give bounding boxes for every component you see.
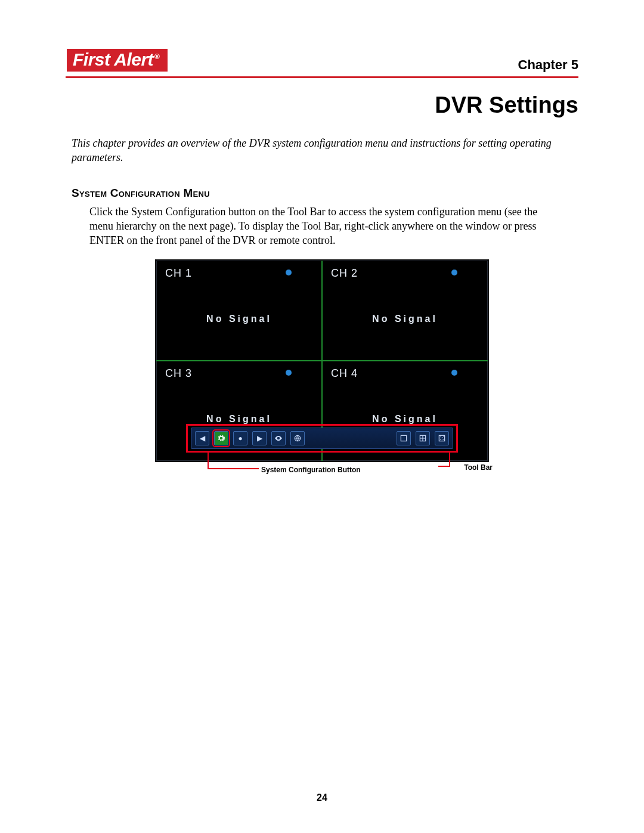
svg-rect-3: [439, 436, 444, 441]
single-view-icon: [400, 434, 408, 442]
system-configuration-button[interactable]: [214, 431, 228, 445]
page-number: 24: [0, 792, 644, 803]
globe-icon: [293, 434, 302, 442]
brand-logo: First Alert®: [66, 48, 169, 73]
single-view-button[interactable]: [397, 431, 411, 445]
svg-rect-1: [401, 436, 406, 441]
toolbar-collapse-button[interactable]: ◀: [195, 431, 209, 445]
gear-icon: [217, 434, 225, 442]
page-title: DVR Settings: [66, 92, 578, 118]
callout-toolbar: Tool Bar: [464, 463, 493, 472]
section-body: Click the System Configuration button on…: [89, 205, 561, 248]
play-button[interactable]: ▶: [252, 431, 267, 445]
record-button[interactable]: ●: [233, 431, 247, 445]
page-header: First Alert® Chapter 5: [66, 48, 578, 73]
dvr-figure: CH 1 No Signal CH 2 No Signal CH 3 No Si…: [155, 259, 489, 498]
preview-button[interactable]: [271, 431, 286, 445]
brand-logo-text: First Alert: [73, 49, 153, 69]
quad-view-button[interactable]: [416, 431, 430, 445]
callout-leader-right: [449, 451, 450, 467]
header-divider: [66, 76, 578, 78]
fullscreen-button[interactable]: [435, 431, 449, 445]
no-signal-text: No Signal: [206, 314, 272, 324]
channel-quadrant-1: CH 1 No Signal: [156, 261, 322, 361]
chapter-label: Chapter 5: [518, 57, 578, 73]
callout-leader-left: [208, 451, 209, 469]
registered-mark: ®: [154, 52, 159, 61]
play-icon: ▶: [257, 435, 262, 442]
record-icon: ●: [238, 435, 242, 442]
chevron-left-icon: ◀: [200, 435, 205, 442]
eye-icon: [274, 434, 283, 442]
intro-paragraph: This chapter provides an overview of the…: [72, 136, 572, 165]
no-signal-text: No Signal: [372, 414, 438, 425]
no-signal-text: No Signal: [372, 314, 438, 324]
section-heading: System Configuration Menu: [72, 187, 578, 200]
channel-quadrant-2: CH 2 No Signal: [322, 261, 488, 361]
ptz-button[interactable]: [290, 431, 305, 445]
no-signal-text: No Signal: [206, 414, 272, 425]
figure-callouts: System Configuration Button Tool Bar: [155, 462, 489, 498]
dvr-toolbar: ◀ ● ▶: [191, 428, 453, 449]
callout-config-button: System Configuration Button: [261, 466, 361, 474]
quad-view-icon: [419, 434, 427, 442]
dvr-screen: CH 1 No Signal CH 2 No Signal CH 3 No Si…: [155, 259, 489, 462]
fullscreen-icon: [438, 434, 446, 442]
